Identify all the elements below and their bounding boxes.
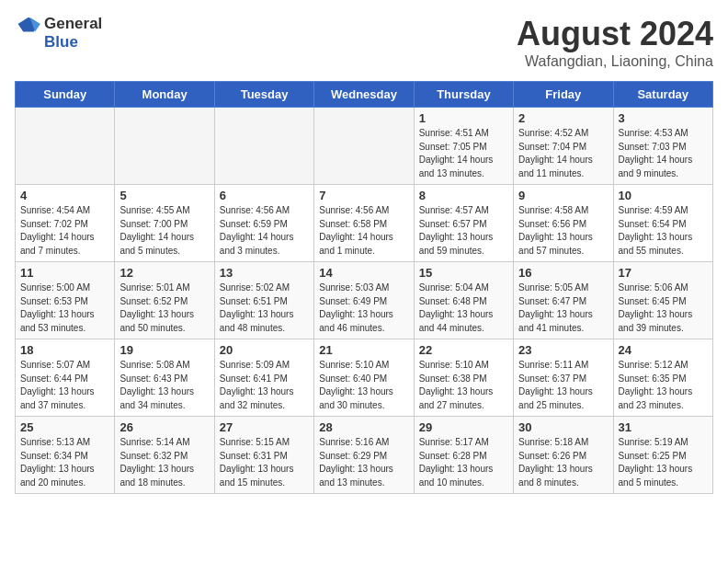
- header-friday: Friday: [514, 82, 613, 108]
- day-number: 15: [419, 266, 508, 280]
- table-row: 4Sunrise: 4:54 AM Sunset: 7:02 PM Daylig…: [16, 185, 115, 262]
- day-number: 20: [220, 343, 309, 357]
- table-row: 13Sunrise: 5:02 AM Sunset: 6:51 PM Dayli…: [214, 262, 313, 339]
- day-info: Sunrise: 4:56 AM Sunset: 6:59 PM Dayligh…: [220, 204, 309, 258]
- table-row: [16, 108, 115, 185]
- table-row: 31Sunrise: 5:19 AM Sunset: 6:25 PM Dayli…: [613, 417, 712, 494]
- table-row: 18Sunrise: 5:07 AM Sunset: 6:44 PM Dayli…: [16, 339, 115, 417]
- logo[interactable]: General Blue: [15, 15, 102, 52]
- header-monday: Monday: [115, 82, 214, 108]
- day-number: 16: [518, 266, 608, 280]
- day-info: Sunrise: 5:03 AM Sunset: 6:49 PM Dayligh…: [319, 282, 408, 335]
- logo-icon: [15, 15, 42, 33]
- day-info: Sunrise: 5:04 AM Sunset: 6:48 PM Dayligh…: [419, 282, 508, 335]
- table-row: 24Sunrise: 5:12 AM Sunset: 6:35 PM Dayli…: [613, 339, 712, 417]
- day-info: Sunrise: 5:02 AM Sunset: 6:51 PM Dayligh…: [220, 282, 309, 335]
- day-number: 5: [119, 189, 209, 202]
- table-row: 11Sunrise: 5:00 AM Sunset: 6:53 PM Dayli…: [16, 262, 115, 339]
- day-info: Sunrise: 5:19 AM Sunset: 6:25 PM Dayligh…: [619, 436, 708, 489]
- calendar-week-3: 11Sunrise: 5:00 AM Sunset: 6:53 PM Dayli…: [16, 262, 713, 339]
- table-row: 29Sunrise: 5:17 AM Sunset: 6:28 PM Dayli…: [414, 417, 513, 494]
- table-row: 22Sunrise: 5:10 AM Sunset: 6:38 PM Dayli…: [414, 339, 513, 417]
- header-sunday: Sunday: [16, 82, 115, 108]
- table-row: 30Sunrise: 5:18 AM Sunset: 6:26 PM Dayli…: [514, 417, 613, 494]
- day-number: 11: [20, 266, 109, 280]
- day-info: Sunrise: 5:16 AM Sunset: 6:29 PM Dayligh…: [319, 436, 408, 489]
- table-row: 16Sunrise: 5:05 AM Sunset: 6:47 PM Dayli…: [514, 262, 613, 339]
- logo-general: General: [44, 15, 102, 33]
- table-row: 26Sunrise: 5:14 AM Sunset: 6:32 PM Dayli…: [115, 417, 214, 494]
- table-row: 21Sunrise: 5:10 AM Sunset: 6:40 PM Dayli…: [314, 339, 414, 417]
- day-info: Sunrise: 5:13 AM Sunset: 6:34 PM Dayligh…: [20, 436, 109, 489]
- day-number: 27: [220, 420, 309, 434]
- calendar-header-row: Sunday Monday Tuesday Wednesday Thursday…: [16, 82, 713, 108]
- calendar-table: Sunday Monday Tuesday Wednesday Thursday…: [15, 81, 713, 494]
- table-row: 6Sunrise: 4:56 AM Sunset: 6:59 PM Daylig…: [214, 185, 313, 262]
- calendar-week-1: 1Sunrise: 4:51 AM Sunset: 7:05 PM Daylig…: [16, 108, 713, 185]
- header-saturday: Saturday: [613, 82, 712, 108]
- day-number: 18: [20, 343, 109, 357]
- table-row: 19Sunrise: 5:08 AM Sunset: 6:43 PM Dayli…: [115, 339, 214, 417]
- day-number: 14: [319, 266, 408, 280]
- day-info: Sunrise: 5:18 AM Sunset: 6:26 PM Dayligh…: [518, 436, 608, 489]
- day-number: 6: [220, 189, 309, 202]
- day-number: 4: [20, 189, 109, 202]
- page-header: General Blue August 2024 Wafangdian, Lia…: [15, 15, 713, 70]
- day-number: 19: [119, 343, 209, 357]
- day-number: 31: [619, 420, 708, 434]
- day-info: Sunrise: 4:52 AM Sunset: 7:04 PM Dayligh…: [518, 127, 608, 180]
- day-number: 2: [518, 111, 608, 125]
- header-wednesday: Wednesday: [314, 82, 414, 108]
- day-info: Sunrise: 5:06 AM Sunset: 6:45 PM Dayligh…: [619, 282, 708, 335]
- table-row: 14Sunrise: 5:03 AM Sunset: 6:49 PM Dayli…: [314, 262, 414, 339]
- day-number: 8: [419, 189, 508, 202]
- day-info: Sunrise: 5:10 AM Sunset: 6:38 PM Dayligh…: [419, 359, 508, 412]
- day-number: 24: [619, 343, 708, 357]
- table-row: 10Sunrise: 4:59 AM Sunset: 6:54 PM Dayli…: [613, 185, 712, 262]
- day-info: Sunrise: 4:51 AM Sunset: 7:05 PM Dayligh…: [419, 127, 508, 180]
- table-row: [214, 108, 313, 185]
- day-info: Sunrise: 5:10 AM Sunset: 6:40 PM Dayligh…: [319, 359, 408, 412]
- logo-blue: Blue: [44, 33, 78, 52]
- day-number: 13: [220, 266, 309, 280]
- day-info: Sunrise: 5:07 AM Sunset: 6:44 PM Dayligh…: [20, 359, 109, 412]
- day-number: 25: [20, 420, 109, 434]
- table-row: 7Sunrise: 4:56 AM Sunset: 6:58 PM Daylig…: [314, 185, 414, 262]
- day-info: Sunrise: 5:01 AM Sunset: 6:52 PM Dayligh…: [119, 282, 209, 335]
- day-info: Sunrise: 4:56 AM Sunset: 6:58 PM Dayligh…: [319, 204, 408, 258]
- day-info: Sunrise: 5:15 AM Sunset: 6:31 PM Dayligh…: [220, 436, 309, 489]
- table-row: 8Sunrise: 4:57 AM Sunset: 6:57 PM Daylig…: [414, 185, 513, 262]
- day-number: 12: [119, 266, 209, 280]
- day-number: 7: [319, 189, 408, 202]
- calendar-week-2: 4Sunrise: 4:54 AM Sunset: 7:02 PM Daylig…: [16, 185, 713, 262]
- day-info: Sunrise: 5:11 AM Sunset: 6:37 PM Dayligh…: [518, 359, 608, 412]
- table-row: 27Sunrise: 5:15 AM Sunset: 6:31 PM Dayli…: [214, 417, 313, 494]
- day-info: Sunrise: 4:59 AM Sunset: 6:54 PM Dayligh…: [619, 204, 708, 258]
- day-info: Sunrise: 4:58 AM Sunset: 6:56 PM Dayligh…: [518, 204, 608, 258]
- day-info: Sunrise: 5:17 AM Sunset: 6:28 PM Dayligh…: [419, 436, 508, 489]
- table-row: 28Sunrise: 5:16 AM Sunset: 6:29 PM Dayli…: [314, 417, 414, 494]
- day-info: Sunrise: 4:54 AM Sunset: 7:02 PM Dayligh…: [20, 204, 109, 258]
- day-info: Sunrise: 5:14 AM Sunset: 6:32 PM Dayligh…: [119, 436, 209, 489]
- calendar-week-4: 18Sunrise: 5:07 AM Sunset: 6:44 PM Dayli…: [16, 339, 713, 417]
- calendar-week-5: 25Sunrise: 5:13 AM Sunset: 6:34 PM Dayli…: [16, 417, 713, 494]
- day-number: 29: [419, 420, 508, 434]
- day-number: 9: [518, 189, 608, 202]
- table-row: 23Sunrise: 5:11 AM Sunset: 6:37 PM Dayli…: [514, 339, 613, 417]
- day-number: 28: [319, 420, 408, 434]
- calendar-title: August 2024: [517, 15, 713, 53]
- table-row: 20Sunrise: 5:09 AM Sunset: 6:41 PM Dayli…: [214, 339, 313, 417]
- table-row: 12Sunrise: 5:01 AM Sunset: 6:52 PM Dayli…: [115, 262, 214, 339]
- table-row: 5Sunrise: 4:55 AM Sunset: 7:00 PM Daylig…: [115, 185, 214, 262]
- header-thursday: Thursday: [414, 82, 513, 108]
- day-number: 1: [419, 111, 508, 125]
- day-number: 30: [518, 420, 608, 434]
- day-info: Sunrise: 5:05 AM Sunset: 6:47 PM Dayligh…: [518, 282, 608, 335]
- day-number: 10: [619, 189, 708, 202]
- calendar-title-block: August 2024 Wafangdian, Liaoning, China: [517, 15, 713, 70]
- day-number: 3: [619, 111, 708, 125]
- table-row: 1Sunrise: 4:51 AM Sunset: 7:05 PM Daylig…: [414, 108, 513, 185]
- table-row: 17Sunrise: 5:06 AM Sunset: 6:45 PM Dayli…: [613, 262, 712, 339]
- header-tuesday: Tuesday: [214, 82, 313, 108]
- table-row: 15Sunrise: 5:04 AM Sunset: 6:48 PM Dayli…: [414, 262, 513, 339]
